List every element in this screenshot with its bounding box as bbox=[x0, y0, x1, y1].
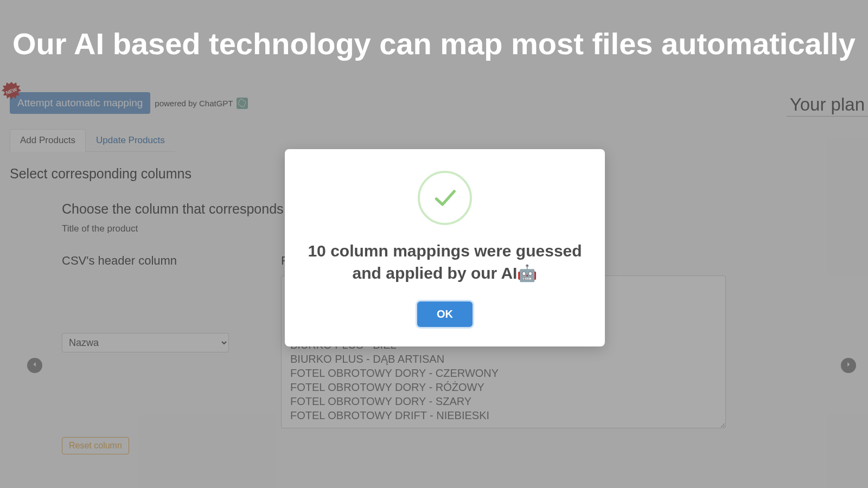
success-check-icon bbox=[418, 171, 472, 225]
modal-ok-button[interactable]: OK bbox=[417, 301, 473, 327]
modal-message: 10 column mappings were guessed and appl… bbox=[307, 240, 583, 284]
banner-title: Our AI based technology can map most fil… bbox=[12, 26, 856, 61]
success-modal: 10 column mappings were guessed and appl… bbox=[285, 149, 605, 346]
banner: Our AI based technology can map most fil… bbox=[0, 0, 868, 87]
